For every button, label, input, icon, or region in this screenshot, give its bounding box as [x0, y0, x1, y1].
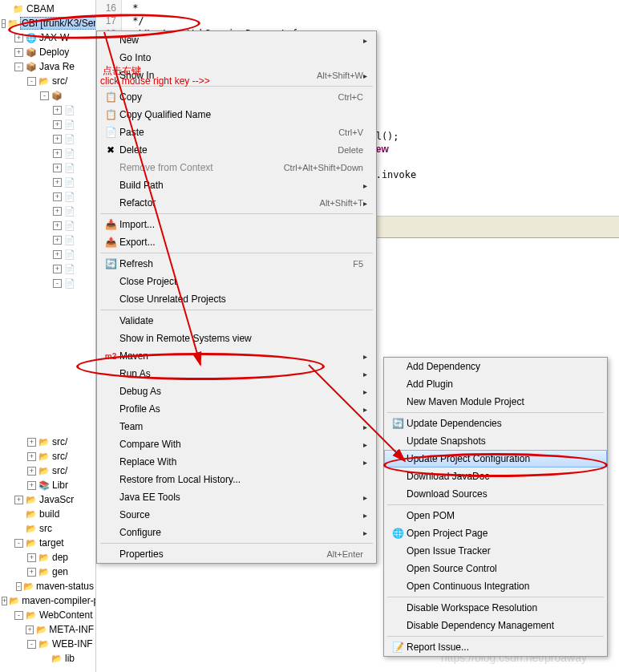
submenu-item-add-dependency[interactable]: Add Dependency — [384, 358, 607, 375]
project-explorer[interactable]: 📁CBAM-📁CBI [trunk/K3/Server/project/...]… — [0, 0, 96, 672]
submenu-item-update-project-configuration[interactable]: Update Project Configuration — [384, 450, 607, 468]
tree-item[interactable]: -📂maven-status — [0, 579, 95, 593]
menu-item-configure[interactable]: Configure▸ — [97, 524, 376, 541]
expander-icon[interactable]: + — [53, 207, 62, 216]
submenu-item-disable-workspace-resolution[interactable]: Disable Workspace Resolution — [384, 599, 607, 617]
tree-item[interactable]: +📂src/ — [0, 449, 95, 464]
tree-item[interactable]: +📦Deploy — [0, 45, 95, 59]
submenu-item-download-javadoc[interactable]: Download JavaDoc — [384, 468, 607, 485]
tree-item[interactable]: +📄 — [0, 175, 95, 189]
tree-item[interactable]: +📂JavaScr — [0, 492, 95, 507]
menu-item-show-in[interactable]: Show InAlt+Shift+W▸ — [97, 67, 376, 84]
submenu-item-report-issue-[interactable]: 📝Report Issue... — [384, 638, 607, 656]
expander-icon[interactable]: + — [27, 452, 36, 461]
tree-item[interactable]: +📄 — [0, 160, 95, 175]
menu-item-maven[interactable]: m2Maven▸ — [97, 347, 376, 365]
expander-icon[interactable]: - — [14, 611, 23, 620]
expander-icon[interactable]: - — [16, 582, 22, 591]
menu-item-export-[interactable]: 📤Export... — [97, 233, 376, 251]
submenu-item-add-plugin[interactable]: Add Plugin — [384, 375, 607, 393]
menu-item-paste[interactable]: 📄PasteCtrl+V — [97, 123, 376, 141]
submenu-item-download-sources[interactable]: Download Sources — [384, 485, 607, 503]
submenu-item-new-maven-module-project[interactable]: New Maven Module Project — [384, 393, 607, 411]
tree-item[interactable]: +📄 — [0, 132, 95, 146]
expander-icon[interactable]: + — [53, 164, 62, 172]
tree-item[interactable]: +📂dep — [0, 550, 95, 565]
menu-item-go-into[interactable]: Go Into — [97, 49, 376, 67]
submenu-item-update-snapshots[interactable]: Update Snapshots — [384, 432, 607, 450]
tree-item[interactable]: 📂lib — [0, 651, 95, 666]
tree-item[interactable]: +📄 — [0, 103, 95, 117]
menu-item-java-ee-tools[interactable]: Java EE Tools▸ — [97, 488, 376, 506]
expander-icon[interactable]: - — [53, 279, 62, 288]
tree-item[interactable] — [0, 290, 95, 305]
tree-item[interactable] — [0, 305, 95, 319]
expander-icon[interactable]: + — [26, 625, 34, 634]
tree-item[interactable]: -📁CBI [trunk/K3/Server/project/...] — [0, 16, 95, 30]
menu-item-refresh[interactable]: 🔄RefreshF5 — [97, 255, 376, 273]
menu-item-new[interactable]: New▸ — [97, 31, 376, 49]
menu-item-compare-with[interactable]: Compare With▸ — [97, 435, 376, 453]
menu-item-close-unrelated-projects[interactable]: Close Unrelated Projects — [97, 290, 376, 308]
tree-item[interactable]: -📂target — [0, 536, 95, 550]
expander-icon[interactable]: + — [14, 48, 23, 57]
expander-icon[interactable]: + — [14, 34, 23, 43]
tree-item[interactable]: -📄 — [0, 276, 95, 290]
expander-icon[interactable]: + — [14, 496, 23, 504]
tree-item[interactable] — [0, 348, 95, 362]
menu-item-show-in-remote-systems-view[interactable]: Show in Remote Systems view — [97, 330, 376, 347]
submenu-item-update-dependencies[interactable]: 🔄Update Dependencies — [384, 415, 607, 432]
tree-item[interactable] — [0, 319, 95, 334]
expander-icon[interactable]: + — [53, 221, 62, 230]
expander-icon[interactable]: + — [53, 135, 62, 144]
menu-item-refactor[interactable]: RefactorAlt+Shift+T▸ — [97, 194, 376, 212]
submenu-item-open-source-control[interactable]: Open Source Control — [384, 560, 607, 577]
menu-item-delete[interactable]: ✖DeleteDelete — [97, 141, 376, 159]
tree-item[interactable]: +📂maven-compiler-plugin — [0, 593, 95, 608]
menu-item-validate[interactable]: Validate — [97, 312, 376, 330]
tree-item[interactable]: +📄 — [0, 233, 95, 247]
expander-icon[interactable]: + — [53, 192, 62, 201]
expander-icon[interactable]: + — [53, 106, 62, 115]
menu-item-copy-qualified-name[interactable]: 📋Copy Qualified Name — [97, 106, 376, 123]
tree-item[interactable] — [0, 420, 95, 435]
tree-item[interactable]: +📄 — [0, 204, 95, 218]
tree-item[interactable]: +📄 — [0, 261, 95, 276]
tree-item[interactable]: +📄 — [0, 218, 95, 233]
menu-item-profile-as[interactable]: Profile As▸ — [97, 400, 376, 418]
tree-item[interactable]: 📂build — [0, 507, 95, 521]
expander-icon[interactable]: - — [40, 91, 49, 100]
expander-icon[interactable]: - — [2, 19, 6, 28]
tree-item[interactable] — [0, 362, 95, 377]
expander-icon[interactable]: - — [27, 640, 36, 649]
expander-icon[interactable]: + — [2, 597, 7, 605]
tree-item[interactable]: -📂WEB-INF — [0, 637, 95, 651]
menu-item-import-[interactable]: 📥Import... — [97, 216, 376, 233]
expander-icon[interactable]: + — [53, 250, 62, 259]
expander-icon[interactable]: + — [27, 467, 36, 476]
tree-item[interactable]: +🌐JAX-W — [0, 30, 95, 45]
menu-item-close-project[interactable]: Close Project — [97, 273, 376, 290]
tree-item[interactable]: +📄 — [0, 247, 95, 261]
tree-item[interactable]: 📂src — [0, 521, 95, 536]
tree-item[interactable]: +📄 — [0, 189, 95, 204]
tree-item[interactable]: +📄 — [0, 117, 95, 132]
expander-icon[interactable]: - — [14, 63, 23, 71]
tree-item[interactable]: +📄 — [0, 146, 95, 160]
expander-icon[interactable]: + — [53, 236, 62, 245]
tree-item[interactable]: -📂WebContent — [0, 608, 95, 622]
submenu-item-open-pom[interactable]: Open POM — [384, 507, 607, 524]
menu-item-copy[interactable]: 📋CopyCtrl+C — [97, 88, 376, 106]
menu-item-remove-from-context[interactable]: Remove from ContextCtrl+Alt+Shift+Down — [97, 159, 376, 176]
expander-icon[interactable]: + — [27, 553, 36, 562]
tree-item[interactable]: -📂src/ — [0, 74, 95, 88]
menu-item-team[interactable]: Team▸ — [97, 418, 376, 435]
tree-item[interactable]: +📂META-INF — [0, 622, 95, 637]
menu-item-source[interactable]: Source▸ — [97, 506, 376, 524]
menu-item-properties[interactable]: PropertiesAlt+Enter — [97, 545, 376, 563]
tree-item[interactable]: -📦 — [0, 88, 95, 103]
tree-item[interactable]: +📚Libr — [0, 478, 95, 492]
expander-icon[interactable]: + — [27, 481, 36, 490]
tree-item[interactable]: -📦Java Re — [0, 59, 95, 74]
menu-item-debug-as[interactable]: Debug As▸ — [97, 383, 376, 400]
